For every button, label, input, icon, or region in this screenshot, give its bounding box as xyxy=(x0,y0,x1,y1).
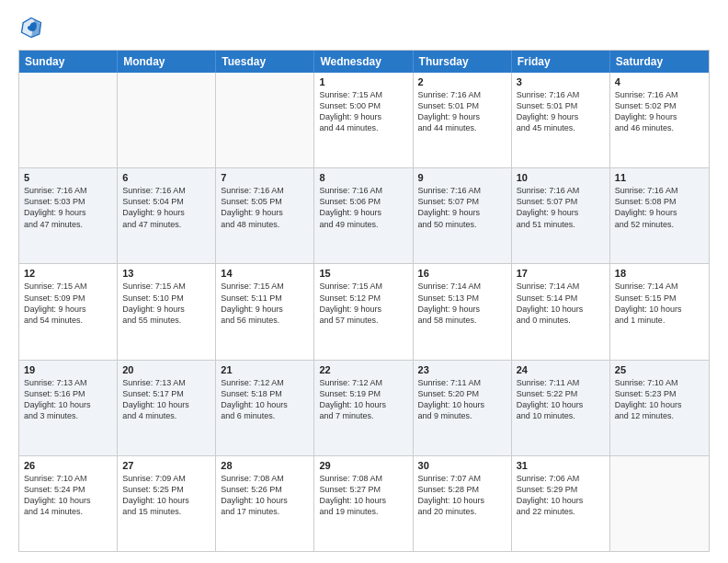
calendar-cell-empty xyxy=(19,73,118,167)
calendar-cell-empty xyxy=(610,456,709,551)
calendar-cell-day-6: 6Sunrise: 7:16 AM Sunset: 5:04 PM Daylig… xyxy=(118,168,216,263)
calendar-cell-empty xyxy=(118,73,216,167)
day-number: 8 xyxy=(319,172,407,183)
logo-icon xyxy=(18,15,44,40)
day-info: Sunrise: 7:16 AM Sunset: 5:04 PM Dayligh… xyxy=(122,185,210,230)
day-number: 3 xyxy=(517,76,605,87)
day-number: 12 xyxy=(24,268,112,279)
calendar-cell-day-25: 25Sunrise: 7:10 AM Sunset: 5:23 PM Dayli… xyxy=(610,361,709,455)
calendar-cell-day-8: 8Sunrise: 7:16 AM Sunset: 5:06 PM Daylig… xyxy=(314,168,413,263)
calendar-header-tuesday: Tuesday xyxy=(216,51,314,73)
day-number: 23 xyxy=(418,364,506,375)
calendar-week-4: 19Sunrise: 7:13 AM Sunset: 5:16 PM Dayli… xyxy=(19,360,709,455)
calendar-header-saturday: Saturday xyxy=(610,51,709,73)
day-info: Sunrise: 7:16 AM Sunset: 5:02 PM Dayligh… xyxy=(615,89,704,134)
calendar-cell-day-7: 7Sunrise: 7:16 AM Sunset: 5:05 PM Daylig… xyxy=(216,168,314,263)
day-number: 10 xyxy=(517,172,605,183)
day-number: 19 xyxy=(24,364,112,375)
day-info: Sunrise: 7:13 AM Sunset: 5:17 PM Dayligh… xyxy=(122,377,210,422)
day-info: Sunrise: 7:07 AM Sunset: 5:28 PM Dayligh… xyxy=(418,473,506,518)
day-number: 16 xyxy=(418,268,506,279)
calendar-cell-day-26: 26Sunrise: 7:10 AM Sunset: 5:24 PM Dayli… xyxy=(19,456,118,551)
calendar-cell-empty xyxy=(216,73,314,167)
day-info: Sunrise: 7:16 AM Sunset: 5:06 PM Dayligh… xyxy=(319,185,407,230)
calendar-cell-day-31: 31Sunrise: 7:06 AM Sunset: 5:29 PM Dayli… xyxy=(512,456,610,551)
calendar: SundayMondayTuesdayWednesdayThursdayFrid… xyxy=(18,50,710,552)
day-info: Sunrise: 7:14 AM Sunset: 5:14 PM Dayligh… xyxy=(517,281,605,326)
calendar-cell-day-3: 3Sunrise: 7:16 AM Sunset: 5:01 PM Daylig… xyxy=(512,73,610,167)
day-number: 17 xyxy=(517,268,605,279)
day-number: 25 xyxy=(615,364,704,375)
day-info: Sunrise: 7:11 AM Sunset: 5:22 PM Dayligh… xyxy=(517,377,605,422)
calendar-week-1: 1Sunrise: 7:15 AM Sunset: 5:00 PM Daylig… xyxy=(19,73,709,167)
day-info: Sunrise: 7:16 AM Sunset: 5:08 PM Dayligh… xyxy=(615,185,704,230)
calendar-cell-day-12: 12Sunrise: 7:15 AM Sunset: 5:09 PM Dayli… xyxy=(19,264,118,359)
calendar-cell-day-4: 4Sunrise: 7:16 AM Sunset: 5:02 PM Daylig… xyxy=(610,73,709,167)
day-info: Sunrise: 7:15 AM Sunset: 5:00 PM Dayligh… xyxy=(319,89,407,134)
day-info: Sunrise: 7:15 AM Sunset: 5:10 PM Dayligh… xyxy=(122,281,210,326)
calendar-header-friday: Friday xyxy=(512,51,610,73)
day-number: 22 xyxy=(319,364,407,375)
day-number: 4 xyxy=(615,76,704,87)
day-number: 14 xyxy=(221,268,309,279)
day-info: Sunrise: 7:16 AM Sunset: 5:01 PM Dayligh… xyxy=(418,89,506,134)
page-header xyxy=(18,15,710,40)
calendar-cell-day-5: 5Sunrise: 7:16 AM Sunset: 5:03 PM Daylig… xyxy=(19,168,118,263)
calendar-cell-day-13: 13Sunrise: 7:15 AM Sunset: 5:10 PM Dayli… xyxy=(118,264,216,359)
day-number: 31 xyxy=(517,460,605,471)
day-number: 9 xyxy=(418,172,506,183)
day-number: 15 xyxy=(319,268,407,279)
calendar-cell-day-15: 15Sunrise: 7:15 AM Sunset: 5:12 PM Dayli… xyxy=(314,264,413,359)
calendar-week-2: 5Sunrise: 7:16 AM Sunset: 5:03 PM Daylig… xyxy=(19,167,709,263)
day-number: 18 xyxy=(615,268,704,279)
calendar-cell-day-17: 17Sunrise: 7:14 AM Sunset: 5:14 PM Dayli… xyxy=(512,264,610,359)
calendar-header-wednesday: Wednesday xyxy=(314,51,413,73)
calendar-cell-day-18: 18Sunrise: 7:14 AM Sunset: 5:15 PM Dayli… xyxy=(610,264,709,359)
day-number: 5 xyxy=(24,172,112,183)
day-info: Sunrise: 7:16 AM Sunset: 5:07 PM Dayligh… xyxy=(418,185,506,230)
calendar-cell-day-10: 10Sunrise: 7:16 AM Sunset: 5:07 PM Dayli… xyxy=(512,168,610,263)
calendar-week-5: 26Sunrise: 7:10 AM Sunset: 5:24 PM Dayli… xyxy=(19,455,709,551)
calendar-cell-day-27: 27Sunrise: 7:09 AM Sunset: 5:25 PM Dayli… xyxy=(118,456,216,551)
day-info: Sunrise: 7:10 AM Sunset: 5:23 PM Dayligh… xyxy=(615,377,704,422)
day-number: 21 xyxy=(221,364,309,375)
calendar-week-3: 12Sunrise: 7:15 AM Sunset: 5:09 PM Dayli… xyxy=(19,263,709,359)
day-info: Sunrise: 7:14 AM Sunset: 5:13 PM Dayligh… xyxy=(418,281,506,326)
calendar-cell-day-9: 9Sunrise: 7:16 AM Sunset: 5:07 PM Daylig… xyxy=(414,168,512,263)
calendar-cell-day-21: 21Sunrise: 7:12 AM Sunset: 5:18 PM Dayli… xyxy=(216,361,314,455)
calendar-cell-day-22: 22Sunrise: 7:12 AM Sunset: 5:19 PM Dayli… xyxy=(314,361,413,455)
calendar-cell-day-14: 14Sunrise: 7:15 AM Sunset: 5:11 PM Dayli… xyxy=(216,264,314,359)
day-number: 7 xyxy=(221,172,309,183)
day-number: 13 xyxy=(122,268,210,279)
calendar-cell-day-1: 1Sunrise: 7:15 AM Sunset: 5:00 PM Daylig… xyxy=(314,73,413,167)
day-info: Sunrise: 7:13 AM Sunset: 5:16 PM Dayligh… xyxy=(24,377,112,422)
calendar-header-sunday: Sunday xyxy=(19,51,118,73)
calendar-cell-day-30: 30Sunrise: 7:07 AM Sunset: 5:28 PM Dayli… xyxy=(414,456,512,551)
day-info: Sunrise: 7:14 AM Sunset: 5:15 PM Dayligh… xyxy=(615,281,704,326)
day-info: Sunrise: 7:15 AM Sunset: 5:11 PM Dayligh… xyxy=(221,281,309,326)
day-number: 20 xyxy=(122,364,210,375)
day-info: Sunrise: 7:12 AM Sunset: 5:18 PM Dayligh… xyxy=(221,377,309,422)
calendar-header-monday: Monday xyxy=(118,51,216,73)
calendar-cell-day-24: 24Sunrise: 7:11 AM Sunset: 5:22 PM Dayli… xyxy=(512,361,610,455)
calendar-cell-day-2: 2Sunrise: 7:16 AM Sunset: 5:01 PM Daylig… xyxy=(414,73,512,167)
calendar-cell-day-16: 16Sunrise: 7:14 AM Sunset: 5:13 PM Dayli… xyxy=(414,264,512,359)
day-info: Sunrise: 7:08 AM Sunset: 5:26 PM Dayligh… xyxy=(221,473,309,518)
day-number: 29 xyxy=(319,460,407,471)
day-info: Sunrise: 7:16 AM Sunset: 5:05 PM Dayligh… xyxy=(221,185,309,230)
day-number: 2 xyxy=(418,76,506,87)
day-number: 11 xyxy=(615,172,704,183)
calendar-header-row: SundayMondayTuesdayWednesdayThursdayFrid… xyxy=(19,51,709,73)
day-info: Sunrise: 7:15 AM Sunset: 5:12 PM Dayligh… xyxy=(319,281,407,326)
calendar-cell-day-19: 19Sunrise: 7:13 AM Sunset: 5:16 PM Dayli… xyxy=(19,361,118,455)
day-number: 30 xyxy=(418,460,506,471)
day-info: Sunrise: 7:15 AM Sunset: 5:09 PM Dayligh… xyxy=(24,281,112,326)
day-info: Sunrise: 7:10 AM Sunset: 5:24 PM Dayligh… xyxy=(24,473,112,518)
day-info: Sunrise: 7:12 AM Sunset: 5:19 PM Dayligh… xyxy=(319,377,407,422)
day-info: Sunrise: 7:09 AM Sunset: 5:25 PM Dayligh… xyxy=(122,473,210,518)
day-number: 26 xyxy=(24,460,112,471)
day-number: 24 xyxy=(517,364,605,375)
calendar-header-thursday: Thursday xyxy=(414,51,512,73)
calendar-cell-day-28: 28Sunrise: 7:08 AM Sunset: 5:26 PM Dayli… xyxy=(216,456,314,551)
day-number: 1 xyxy=(319,76,407,87)
